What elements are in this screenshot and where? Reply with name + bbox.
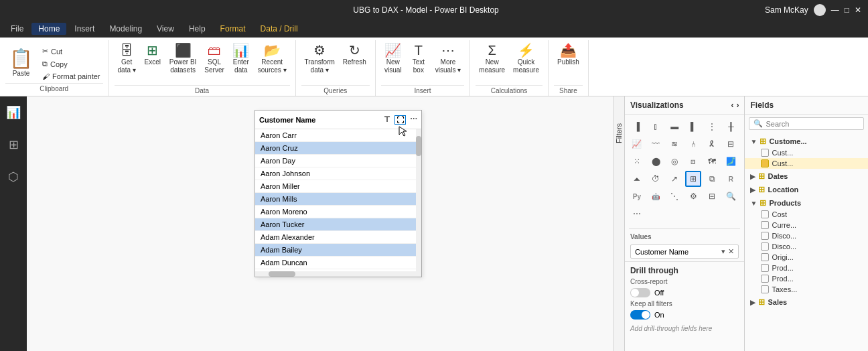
viz-line-bar[interactable]: ⑃ — [685, 136, 701, 152]
table-row[interactable]: Aaron Day — [255, 155, 421, 167]
viz-donut[interactable]: ◎ — [666, 153, 682, 169]
excel-button[interactable]: ⊞ Excel — [141, 40, 165, 68]
viz-kpi[interactable]: ↗ — [666, 171, 682, 187]
viz-scatter[interactable]: ⁙ — [629, 153, 645, 169]
table-row[interactable]: Aaron Johnson — [255, 167, 421, 180]
value-field[interactable]: Customer Name ▾ ✕ — [630, 244, 739, 259]
keep-filters-toggle[interactable] — [630, 310, 650, 320]
viz-clustered-bar[interactable]: ⫿ — [648, 119, 664, 135]
minimize-button[interactable]: — — [831, 5, 839, 15]
more-options-icon[interactable]: ⋯ — [410, 115, 417, 124]
table-row[interactable]: Aaron Mills — [255, 193, 421, 206]
recent-sources-button[interactable]: 📂 Recentsources ▾ — [255, 40, 290, 76]
table-row[interactable]: Adam Duncan — [255, 257, 421, 269]
viz-area[interactable]: 〰 — [648, 136, 664, 152]
viz-search[interactable]: 🔍 — [723, 188, 739, 204]
fields-search[interactable]: 🔍 — [749, 117, 864, 130]
scrollbar-thumb-h[interactable] — [269, 271, 295, 277]
fields-item-prod1[interactable]: Prod... — [745, 263, 868, 273]
fields-group-location-header[interactable]: ▶ ⊞ Location — [745, 184, 868, 196]
new-measure-button[interactable]: Σ Newmeasure — [476, 40, 508, 76]
fields-item-disco2[interactable]: Disco... — [745, 241, 868, 252]
viz-table2[interactable]: ⊟ — [704, 188, 720, 204]
value-dropdown-icon[interactable]: ▾ — [721, 247, 725, 256]
more-visuals-button[interactable]: ⋯ Morevisuals ▾ — [432, 40, 464, 76]
fields-item-prod2[interactable]: Prod... — [745, 273, 868, 284]
horizontal-scrollbar[interactable] — [255, 271, 421, 277]
viz-pie[interactable]: ⬤ — [648, 153, 664, 169]
viz-ai[interactable]: 🤖 — [648, 188, 664, 204]
field-checkbox[interactable] — [761, 232, 769, 240]
fields-group-sales-header[interactable]: ▶ ⊞ Sales — [745, 296, 868, 308]
viz-treemap[interactable]: ⧈ — [685, 153, 701, 169]
fields-item-curre[interactable]: Curre... — [745, 220, 868, 230]
window-controls[interactable]: — □ ✕ — [831, 5, 861, 15]
quick-measure-button[interactable]: ⚡ Quickmeasure — [510, 40, 542, 76]
filter-icon[interactable]: ⊤ — [384, 115, 390, 124]
viz-decomp[interactable]: ⋱ — [666, 188, 682, 204]
viz-100-col[interactable]: ╫ — [723, 119, 739, 135]
viz-filled-map[interactable]: 🗾 — [723, 153, 739, 169]
viz-100-bar[interactable]: ▬ — [666, 119, 682, 135]
field-checkbox[interactable] — [761, 285, 769, 293]
table-row[interactable]: Aaron Moreno — [255, 206, 421, 218]
field-checkbox[interactable] — [761, 264, 769, 272]
paste-button[interactable]: 📋 Paste — [5, 46, 37, 78]
transform-data-button[interactable]: ⚙ Transformdata ▾ — [301, 40, 338, 76]
canvas-area[interactable]: Customer Name ⊤ ⛶ ⋯ Aaron Carr Aaron Cru… — [27, 96, 613, 351]
focus-mode-icon[interactable]: ⛶ — [394, 115, 406, 125]
viz-gauge[interactable]: ⏱ — [648, 171, 664, 187]
viz-stacked-area[interactable]: ≋ — [666, 136, 682, 152]
fields-item-origi[interactable]: Origi... — [745, 252, 868, 263]
field-checkbox[interactable] — [761, 253, 769, 261]
copy-button[interactable]: ⧉ Copy — [40, 58, 103, 70]
viz-table-selected[interactable]: ⊞ — [685, 171, 701, 187]
vertical-scrollbar[interactable] — [416, 129, 421, 277]
scrollbar-thumb-v[interactable] — [416, 136, 421, 156]
close-button[interactable]: ✕ — [855, 5, 861, 15]
sql-server-button[interactable]: 🗃 SQLServer — [201, 40, 227, 76]
viz-ribbon[interactable]: 🎗 — [704, 136, 720, 152]
field-checkbox[interactable] — [761, 242, 769, 251]
viz-matrix[interactable]: ⧉ — [704, 171, 720, 187]
fields-item-cust2[interactable]: Cust... — [745, 158, 868, 169]
menu-file[interactable]: File — [4, 23, 30, 35]
format-painter-button[interactable]: 🖌 Format painter — [40, 71, 103, 82]
menu-modeling[interactable]: Modeling — [102, 23, 149, 35]
model-view-icon[interactable]: ⬡ — [3, 166, 24, 188]
table-row[interactable]: Aaron Miller — [255, 180, 421, 193]
publish-button[interactable]: 📤 Publish — [554, 40, 583, 68]
filters-panel[interactable]: Filters — [614, 96, 625, 351]
cut-button[interactable]: ✂ Cut — [40, 46, 103, 57]
viz-expand-icon[interactable]: › — [736, 100, 739, 110]
powerbi-datasets-button[interactable]: ⬛ Power BIdatasets — [166, 40, 200, 76]
table-row[interactable]: Adam Alexander — [255, 231, 421, 244]
data-view-icon[interactable]: ⊞ — [3, 134, 24, 155]
field-checkbox[interactable] — [761, 275, 769, 283]
table-visual[interactable]: Customer Name ⊤ ⛶ ⋯ Aaron Carr Aaron Cru… — [255, 110, 422, 277]
cross-report-toggle[interactable] — [630, 288, 650, 297]
report-view-icon[interactable]: 📊 — [3, 102, 24, 123]
menu-data-drill[interactable]: Data / Drill — [254, 23, 305, 35]
viz-waterfall[interactable]: ⊟ — [723, 136, 739, 152]
fields-group-products-header[interactable]: ▼ ⊞ Products — [745, 197, 868, 209]
menu-view[interactable]: View — [150, 23, 181, 35]
new-visual-button[interactable]: 📈 Newvisual — [381, 40, 405, 76]
field-checkbox[interactable] — [761, 149, 769, 157]
menu-help[interactable]: Help — [182, 23, 212, 35]
fields-item-taxes[interactable]: Taxes... — [745, 284, 868, 295]
visual-controls[interactable]: ⊤ ⛶ ⋯ — [384, 115, 417, 125]
value-remove-icon[interactable]: ✕ — [728, 247, 734, 256]
menu-format[interactable]: Format — [214, 23, 252, 35]
field-checkbox[interactable] — [761, 221, 769, 229]
viz-python[interactable]: Py — [629, 188, 645, 204]
maximize-button[interactable]: □ — [845, 5, 849, 15]
search-input[interactable] — [766, 120, 859, 128]
menu-insert[interactable]: Insert — [68, 23, 101, 35]
table-row[interactable]: Aaron Cruz — [255, 142, 421, 155]
viz-line[interactable]: 📈 — [629, 136, 645, 152]
text-box-button[interactable]: T Textbox — [407, 40, 431, 76]
table-row[interactable]: Adam Bailey — [255, 244, 421, 257]
fields-group-dates-header[interactable]: ▶ ⊞ Dates — [745, 170, 868, 182]
field-checkbox[interactable] — [761, 159, 769, 167]
